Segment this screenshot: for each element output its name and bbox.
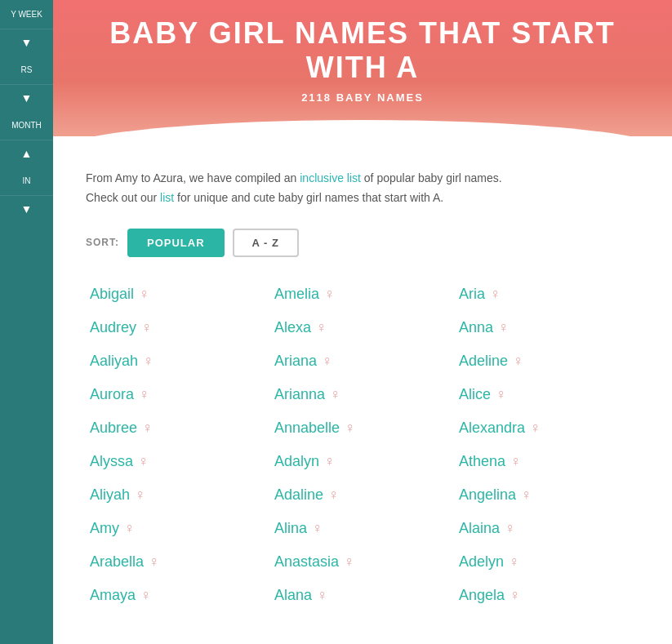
name-label: Adeline: [459, 353, 508, 370]
name-item-amelia[interactable]: Amelia♀: [270, 278, 455, 311]
inclusive-link[interactable]: inclusive list: [300, 171, 361, 184]
name-label: Alexa: [274, 319, 311, 336]
female-icon: ♀: [139, 286, 150, 303]
female-icon: ♀: [324, 286, 336, 303]
sidebar: Y WEEK ▼ RS ▼ MONTH ▲ IN ▼: [0, 0, 53, 644]
name-item-alaina[interactable]: Alaina♀: [455, 512, 639, 545]
name-item-alexa[interactable]: Alexa♀: [270, 311, 455, 344]
sidebar-item-week[interactable]: Y WEEK: [0, 0, 53, 29]
page-title: BABY GIRL NAMES THAT START WITH A: [69, 16, 656, 85]
list-link[interactable]: list: [160, 191, 174, 204]
name-item-audrey[interactable]: Audrey♀: [86, 311, 270, 344]
sidebar-chevron-3[interactable]: ▲: [0, 140, 53, 167]
name-item-arianna[interactable]: Arianna♀: [270, 378, 455, 411]
female-icon: ♀: [322, 353, 333, 370]
name-label: Athena: [459, 453, 505, 470]
name-item-adalyn[interactable]: Adalyn♀: [270, 445, 455, 478]
female-icon: ♀: [124, 520, 136, 537]
name-label: Adelyn: [459, 553, 504, 571]
name-label: Alina: [274, 520, 307, 537]
content-area: From Amy to Azura, we have compiled an i…: [53, 136, 672, 628]
female-icon: ♀: [505, 520, 516, 537]
female-icon: ♀: [312, 520, 323, 537]
name-item-aliyah[interactable]: Aliyah♀: [86, 478, 270, 512]
female-icon: ♀: [328, 486, 340, 504]
female-icon: ♀: [138, 453, 149, 470]
name-label: Aubree: [90, 420, 137, 437]
main-content: BABY GIRL NAMES THAT START WITH A 2118 B…: [53, 0, 672, 644]
name-item-amy[interactable]: Amy♀: [86, 512, 270, 545]
name-label: Alice: [459, 386, 491, 403]
name-item-aubree[interactable]: Aubree♀: [86, 411, 270, 445]
sidebar-item-rs[interactable]: RS: [0, 56, 53, 85]
female-icon: ♀: [316, 319, 327, 336]
name-item-aurora[interactable]: Aurora♀: [86, 378, 270, 411]
page-header: BABY GIRL NAMES THAT START WITH A 2118 B…: [53, 0, 672, 136]
name-label: Aria: [459, 286, 485, 303]
name-label: Adaline: [274, 486, 323, 504]
female-icon: ♀: [324, 453, 336, 470]
name-label: Anna: [459, 319, 493, 336]
sort-az-button[interactable]: A - Z: [233, 229, 299, 257]
name-label: Amaya: [90, 587, 136, 604]
name-item-adelyn[interactable]: Adelyn♀: [455, 545, 639, 579]
name-item-anna[interactable]: Anna♀: [455, 311, 639, 344]
name-label: Alana: [274, 587, 312, 604]
name-item-alexandra[interactable]: Alexandra♀: [455, 411, 639, 445]
sort-label: SORT:: [86, 237, 119, 248]
female-icon: ♀: [490, 286, 501, 303]
female-icon: ♀: [513, 353, 524, 370]
female-icon: ♀: [330, 386, 341, 403]
name-label: Amy: [90, 520, 119, 537]
name-item-anastasia[interactable]: Anastasia♀: [270, 545, 455, 579]
sidebar-chevron-1[interactable]: ▼: [0, 29, 53, 56]
sidebar-chevron-4[interactable]: ▼: [0, 196, 53, 222]
name-item-alana[interactable]: Alana♀: [270, 579, 455, 612]
name-item-ariana[interactable]: Ariana♀: [270, 344, 455, 378]
name-label: Alexandra: [459, 420, 525, 437]
name-item-angelina[interactable]: Angelina♀: [455, 478, 639, 512]
name-item-athena[interactable]: Athena♀: [455, 445, 639, 478]
name-item-adaline[interactable]: Adaline♀: [270, 478, 455, 512]
name-item-amaya[interactable]: Amaya♀: [86, 579, 270, 612]
name-label: Adalyn: [274, 453, 319, 470]
name-item-abigail[interactable]: Abigail♀: [86, 278, 270, 311]
name-label: Anastasia: [274, 553, 339, 571]
name-label: Annabelle: [274, 420, 340, 437]
female-icon: ♀: [345, 420, 356, 437]
name-label: Audrey: [90, 319, 136, 336]
name-item-adeline[interactable]: Adeline♀: [455, 344, 639, 378]
female-icon: ♀: [143, 353, 154, 370]
sidebar-item-month[interactable]: MONTH: [0, 111, 53, 140]
name-label: Ariana: [274, 353, 317, 370]
sort-popular-button[interactable]: POPULAR: [127, 229, 225, 257]
female-icon: ♀: [149, 553, 160, 571]
name-item-angela[interactable]: Angela♀: [455, 579, 639, 612]
sidebar-item-in[interactable]: IN: [0, 167, 53, 196]
sidebar-chevron-2[interactable]: ▼: [0, 85, 53, 111]
name-item-annabelle[interactable]: Annabelle♀: [270, 411, 455, 445]
female-icon: ♀: [509, 553, 520, 571]
name-item-alina[interactable]: Alina♀: [270, 512, 455, 545]
name-label: Aurora: [90, 386, 134, 403]
name-label: Abigail: [90, 286, 134, 303]
name-item-alice[interactable]: Alice♀: [455, 378, 639, 411]
name-label: Alyssa: [90, 453, 133, 470]
name-label: Angela: [459, 587, 505, 604]
female-icon: ♀: [139, 386, 150, 403]
female-icon: ♀: [530, 420, 541, 437]
names-count: 2118 BABY NAMES: [69, 91, 656, 104]
name-item-alyssa[interactable]: Alyssa♀: [86, 445, 270, 478]
name-item-arabella[interactable]: Arabella♀: [86, 545, 270, 579]
name-label: Arianna: [274, 386, 325, 403]
name-item-aaliyah[interactable]: Aaliyah♀: [86, 344, 270, 378]
female-icon: ♀: [141, 319, 153, 336]
names-grid: Abigail♀Amelia♀Aria♀Audrey♀Alexa♀Anna♀Aa…: [86, 278, 639, 612]
female-icon: ♀: [317, 587, 328, 604]
female-icon: ♀: [498, 319, 510, 336]
female-icon: ♀: [510, 453, 522, 470]
name-item-aria[interactable]: Aria♀: [455, 278, 639, 311]
name-label: Alaina: [459, 520, 500, 537]
female-icon: ♀: [496, 386, 507, 403]
name-label: Amelia: [274, 286, 319, 303]
